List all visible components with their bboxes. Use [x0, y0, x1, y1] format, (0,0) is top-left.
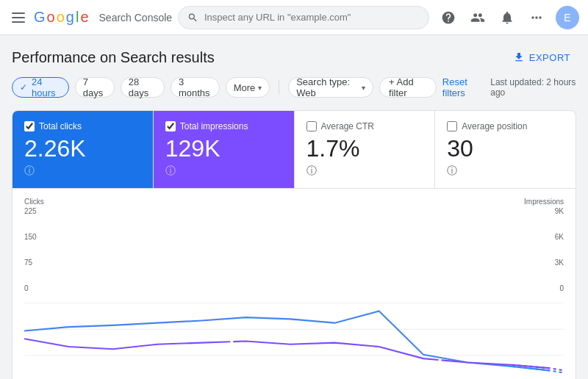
- reset-filters-button[interactable]: Reset filters: [442, 76, 484, 98]
- people-icon[interactable]: [465, 4, 491, 31]
- apps-icon[interactable]: [523, 4, 550, 31]
- metric-average-ctr[interactable]: Average CTR 1.7% ⓘ: [295, 111, 436, 188]
- nav-icons: E: [435, 4, 579, 31]
- export-icon: [513, 51, 525, 63]
- total-clicks-checkbox[interactable]: [24, 121, 35, 131]
- chevron-down-icon: ▾: [258, 84, 262, 92]
- filter-bar: ✓ 24 hours 7 days 28 days 3 months More …: [12, 76, 576, 98]
- main-content: Performance on Search results EXPORT ✓ 2…: [0, 35, 588, 379]
- filter-more[interactable]: More ▾: [226, 77, 270, 98]
- metric-total-impressions[interactable]: Total impressions 129K ⓘ: [154, 111, 295, 188]
- page-title: Performance on Search results: [12, 49, 215, 66]
- average-position-checkbox[interactable]: [447, 121, 457, 131]
- url-inspect-bar[interactable]: [178, 6, 429, 29]
- google-logo: Google: [34, 9, 89, 26]
- average-ctr-checkbox[interactable]: [306, 121, 317, 131]
- performance-chart: [24, 295, 564, 379]
- menu-icon[interactable]: [9, 10, 28, 26]
- info-icon: ⓘ: [24, 165, 35, 178]
- chart-area: Clicks 225 150 75 0 Impressions 9K 6K 3K…: [12, 189, 576, 379]
- avatar[interactable]: E: [556, 6, 579, 29]
- filter-24hours[interactable]: ✓ 24 hours: [12, 77, 69, 98]
- filter-3months[interactable]: 3 months: [171, 77, 220, 98]
- add-filter-button[interactable]: + Add filter: [379, 77, 437, 98]
- info-icon: ⓘ: [165, 165, 176, 178]
- info-icon: ⓘ: [306, 165, 317, 178]
- y-label-left: Clicks 225 150 75 0: [24, 198, 44, 292]
- chart-y-labels: Clicks 225 150 75 0 Impressions 9K 6K 3K…: [24, 198, 564, 292]
- metrics-section: Total clicks 2.26K ⓘ Total impressions 1…: [12, 110, 576, 379]
- help-icon[interactable]: [435, 4, 462, 31]
- search-icon: [187, 12, 198, 24]
- average-ctr-value: 1.7%: [306, 136, 423, 162]
- average-position-value: 30: [447, 136, 564, 162]
- y-label-right: Impressions 9K 6K 3K 0: [524, 198, 564, 292]
- total-impressions-checkbox[interactable]: [165, 121, 176, 131]
- page-header: Performance on Search results EXPORT: [12, 47, 576, 68]
- search-input[interactable]: [204, 12, 420, 23]
- metric-total-clicks[interactable]: Total clicks 2.26K ⓘ: [12, 111, 154, 188]
- chart-container: [24, 295, 564, 379]
- info-icon: ⓘ: [447, 165, 457, 178]
- metrics-cards: Total clicks 2.26K ⓘ Total impressions 1…: [12, 111, 576, 189]
- filter-28days[interactable]: 28 days: [121, 77, 165, 98]
- filter-7days[interactable]: 7 days: [75, 77, 115, 98]
- product-name: Search Console: [99, 12, 173, 24]
- filter-search-type[interactable]: Search type: Web ▾: [288, 77, 373, 98]
- total-impressions-value: 129K: [165, 136, 282, 162]
- total-clicks-value: 2.26K: [24, 136, 141, 162]
- export-button[interactable]: EXPORT: [507, 47, 576, 68]
- metric-average-position[interactable]: Average position 30 ⓘ: [435, 111, 576, 188]
- chevron-down-icon: ▾: [362, 84, 365, 92]
- last-updated-text: Last updated: 2 hours ago: [490, 77, 576, 98]
- filter-divider: [279, 80, 279, 95]
- notifications-icon[interactable]: [494, 4, 520, 31]
- top-nav: Google Search Console E: [0, 0, 588, 35]
